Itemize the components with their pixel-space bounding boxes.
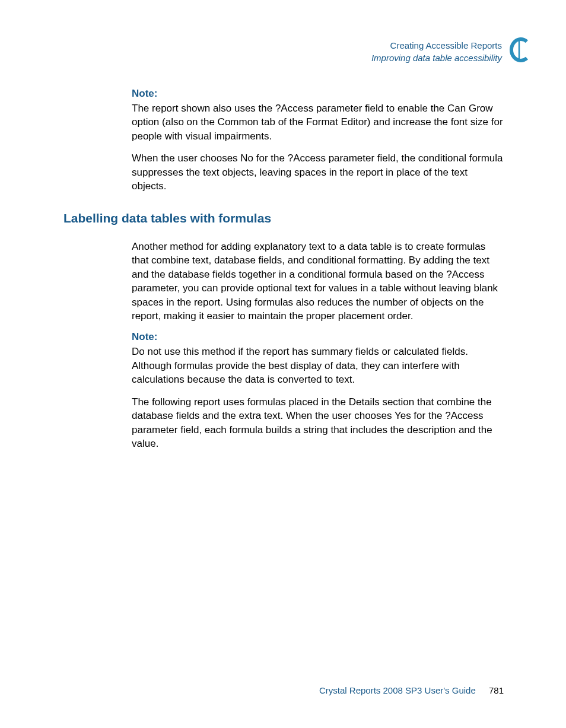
section-heading: Labelling data tables with formulas [63,211,504,225]
section-title: Improving data table accessibility [371,52,502,64]
page-header: Creating Accessible Reports Improving da… [371,37,530,67]
page-footer: Crystal Reports 2008 SP3 User's Guide 78… [319,685,504,695]
paragraph-2: Another method for adding explanatory te… [132,240,504,323]
appendix-badge [508,37,530,67]
appendix-c-icon [508,37,530,63]
chapter-title: Creating Accessible Reports [371,40,502,52]
note-text-2: Do not use this method if the report has… [132,345,504,386]
footer-doc-title: Crystal Reports 2008 SP3 User's Guide [319,685,476,695]
header-text-block: Creating Accessible Reports Improving da… [371,40,502,64]
main-content: Note: The report shown also uses the ?Ac… [132,88,504,459]
note-label-1: Note: [132,88,504,100]
note-label-2: Note: [132,331,504,343]
paragraph-3: The following report uses formulas place… [132,395,504,451]
note-text-1: The report shown also uses the ?Access p… [132,101,504,143]
footer-page-number: 781 [489,685,504,695]
paragraph-1: When the user chooses No for the ?Access… [132,151,504,193]
